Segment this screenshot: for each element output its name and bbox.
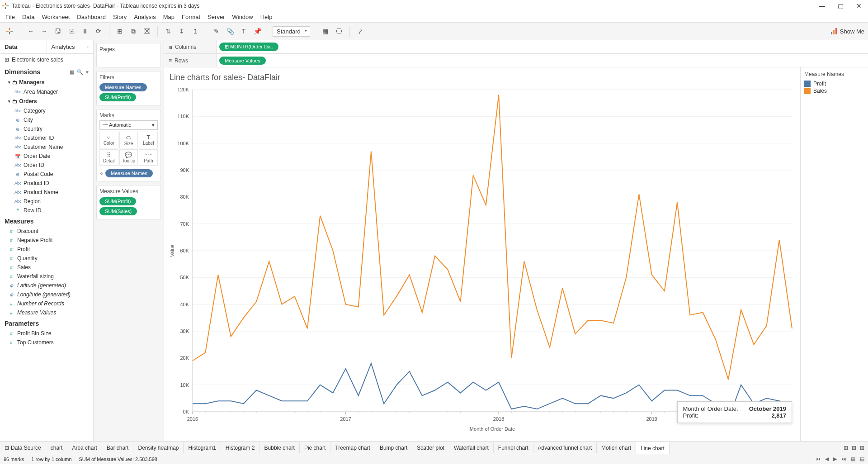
nav-prev-icon[interactable]: ◀: [825, 456, 829, 462]
sort-desc-icon[interactable]: ↥: [189, 25, 201, 37]
share-icon[interactable]: ⤤: [354, 25, 366, 37]
present-icon[interactable]: ▦: [320, 25, 331, 37]
mark-type-dropdown[interactable]: 〰 Automatic▾: [99, 120, 158, 130]
field[interactable]: #Profit: [0, 245, 93, 254]
new-story-icon[interactable]: ⊞: [860, 445, 864, 451]
marks-pill-measure-names[interactable]: Measure Names: [105, 169, 153, 177]
field[interactable]: AbcCategory: [0, 106, 93, 115]
pause-icon[interactable]: ⏸: [79, 25, 91, 37]
filter-pill-measure-names[interactable]: Measure Names: [99, 83, 147, 91]
field[interactable]: ⊕Longitude (generated): [0, 290, 93, 299]
legend-item-sales[interactable]: Sales: [804, 87, 864, 95]
pages-shelf[interactable]: Pages: [96, 43, 161, 67]
menu-icon[interactable]: ▾: [86, 69, 89, 75]
sheet-tab[interactable]: Histogram1: [184, 442, 221, 453]
folder[interactable]: ▾ 🗀 Orders: [0, 96, 93, 106]
menu-server[interactable]: Server: [208, 14, 225, 20]
menu-format[interactable]: Format: [182, 14, 200, 20]
field[interactable]: 📅Order Date: [0, 152, 93, 161]
field[interactable]: AbcOrder ID: [0, 161, 93, 170]
field[interactable]: #Sales: [0, 263, 93, 272]
field[interactable]: AbcRegion: [0, 197, 93, 206]
field[interactable]: #Waterfall sizing: [0, 272, 93, 281]
search-icon[interactable]: 🔍: [77, 69, 83, 75]
marks-tooltip[interactable]: 💬Tooltip: [119, 149, 138, 166]
marks-path[interactable]: 〰Path: [139, 149, 158, 166]
tableau-icon[interactable]: [4, 25, 15, 37]
swap-icon[interactable]: ⇅: [162, 25, 174, 37]
field[interactable]: #Negative Profit: [0, 236, 93, 245]
data-source[interactable]: ⊞ Electronic store sales: [0, 54, 93, 66]
field[interactable]: ⊕Country: [0, 124, 93, 133]
sheet-tab[interactable]: Scatter plot: [412, 442, 449, 453]
field[interactable]: ⊕Postal Code: [0, 170, 93, 179]
sheet-tab[interactable]: Line chart: [636, 442, 670, 454]
forward-icon[interactable]: →: [38, 25, 50, 37]
field[interactable]: AbcProduct ID: [0, 179, 93, 188]
nav-last-icon[interactable]: ⏭: [841, 456, 846, 462]
field[interactable]: #Measure Values: [0, 308, 93, 317]
nav-next-icon[interactable]: ▶: [833, 456, 837, 462]
device-icon[interactable]: 🖵: [333, 25, 345, 37]
back-icon[interactable]: ←: [25, 25, 37, 37]
maximize-button[interactable]: ▢: [838, 2, 844, 10]
measure-values-shelf[interactable]: Measure Values SUM(Profit) SUM(Sales): [96, 185, 161, 219]
minimize-button[interactable]: —: [819, 2, 825, 10]
sheet-tab[interactable]: Bar chart: [102, 442, 134, 453]
save-icon[interactable]: 🖫: [52, 25, 64, 37]
viz-title[interactable]: Line charts for sales- DataFlair: [168, 73, 797, 82]
sheet-tab[interactable]: Area chart: [67, 442, 102, 453]
field[interactable]: #Profit Bin Size: [0, 329, 93, 338]
menu-file[interactable]: File: [5, 14, 15, 20]
marks-color[interactable]: ⁘Color: [99, 132, 118, 148]
tab-analytics[interactable]: Analytics◦: [47, 40, 94, 53]
sheet-tab[interactable]: Bump chart: [375, 442, 412, 453]
new-sheet-icon[interactable]: ⊞: [114, 25, 126, 37]
nav-first-icon[interactable]: ⏮: [816, 456, 821, 462]
sheet-tab[interactable]: Motion chart: [597, 442, 636, 453]
field[interactable]: #Quantity: [0, 254, 93, 263]
sheet-tab[interactable]: Density heatmap: [133, 442, 184, 453]
rows-shelf[interactable]: ≡Rows Measure Values: [164, 54, 868, 67]
sheet-tab[interactable]: ⊟Data Source: [0, 442, 46, 453]
view-filmstrip-icon[interactable]: ▤: [860, 456, 864, 462]
sort-asc-icon[interactable]: ↧: [176, 25, 188, 37]
menu-analysis[interactable]: Analysis: [134, 14, 156, 20]
field[interactable]: AbcArea Manager: [0, 87, 93, 96]
menu-story[interactable]: Story: [113, 14, 127, 20]
highlight-icon[interactable]: ✎: [211, 25, 222, 37]
new-dashboard-icon[interactable]: ⊞: [852, 445, 856, 451]
line-chart[interactable]: 0K10K20K30K40K50K60K70K80K90K100K110K120…: [168, 85, 797, 434]
sheet-tab[interactable]: chart: [46, 442, 68, 453]
new-worksheet-icon[interactable]: ⊞: [844, 445, 848, 451]
field[interactable]: AbcCustomer ID: [0, 133, 93, 143]
legend-item-profit[interactable]: Profit: [804, 80, 864, 87]
filter-pill-sum-profit[interactable]: SUM(Profit): [99, 93, 136, 101]
duplicate-icon[interactable]: ⧉: [127, 25, 139, 37]
menu-help[interactable]: Help: [260, 14, 273, 20]
close-button[interactable]: ✕: [856, 2, 862, 10]
marks-label[interactable]: TLabel: [139, 132, 158, 148]
sheet-tab[interactable]: Treemap chart: [330, 442, 375, 453]
field[interactable]: AbcProduct Name: [0, 188, 93, 197]
menu-data[interactable]: Data: [22, 14, 34, 20]
field[interactable]: ⊕Latitude (generated): [0, 281, 93, 290]
mv-pill-profit[interactable]: SUM(Profit): [99, 197, 136, 205]
menu-window[interactable]: Window: [232, 14, 253, 20]
columns-shelf[interactable]: iiiColumns ⊞ MONTH(Order Da..: [164, 40, 868, 54]
new-data-icon[interactable]: ⎘: [66, 25, 77, 37]
sheet-tab[interactable]: Advanced funnel chart: [533, 442, 597, 453]
filters-shelf[interactable]: Filters Measure Names SUM(Profit): [96, 71, 161, 105]
pin-icon[interactable]: 📌: [251, 25, 263, 37]
sheet-tab[interactable]: Pie chart: [300, 442, 330, 453]
field[interactable]: #Number of Records: [0, 299, 93, 308]
rows-pill[interactable]: Measure Values: [219, 57, 266, 65]
field[interactable]: AbcCustomer Name: [0, 143, 93, 152]
sheet-tab[interactable]: Funnel chart: [494, 442, 533, 453]
menu-dashboard[interactable]: Dashboard: [77, 14, 106, 20]
sheet-tab[interactable]: Bubble chart: [260, 442, 300, 453]
field[interactable]: #Top Customers: [0, 338, 93, 347]
menu-worksheet[interactable]: Worksheet: [42, 14, 70, 20]
view-tabs-icon[interactable]: ▦: [851, 456, 855, 462]
sheet-tab[interactable]: Histogram 2: [221, 442, 260, 453]
